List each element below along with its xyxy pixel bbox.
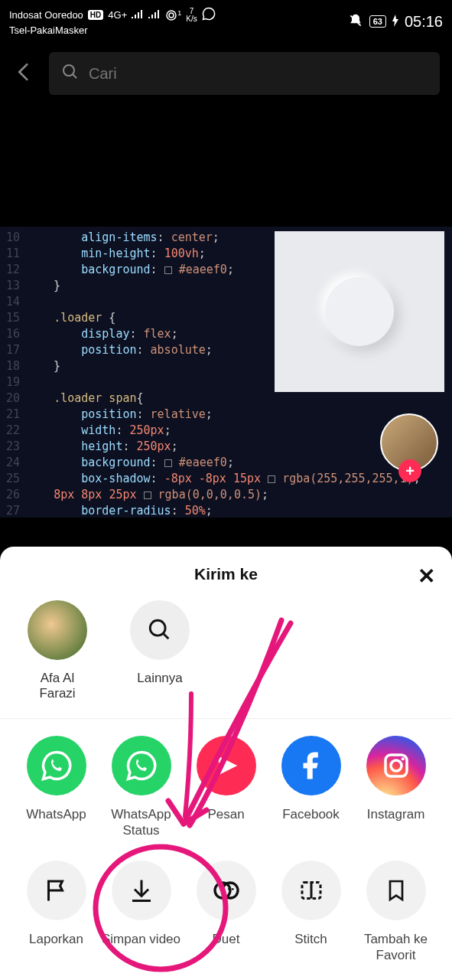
share-whatsapp-status[interactable]: WhatsApp Status [99, 736, 184, 839]
svg-point-2 [63, 65, 74, 76]
charging-icon [392, 15, 398, 29]
search-icon [61, 63, 80, 84]
search-bar[interactable] [49, 52, 440, 95]
hd-badge: HD [88, 10, 103, 20]
action-duet[interactable]: Duet [184, 861, 268, 964]
download-icon [112, 861, 171, 920]
svg-point-1 [167, 11, 176, 20]
facebook-icon [281, 736, 341, 795]
svg-point-5 [391, 760, 402, 771]
contacts-row: Afa Al Farazi Lainnya [0, 596, 452, 719]
action-tambah-favorit[interactable]: Tambah ke Favorit [353, 861, 438, 964]
mute-icon [348, 13, 363, 31]
carrier-2: Tsel-PakaiMasker [9, 24, 88, 36]
share-whatsapp[interactable]: WhatsApp [14, 736, 99, 839]
bookmark-icon [366, 861, 426, 920]
signal-icon-1 [132, 9, 144, 21]
status-bar: Indosat Ooredoo HD 4G+ 1 7 K/s Tsel-Paka… [0, 0, 452, 43]
contact-afa[interactable]: Afa Al Farazi [23, 600, 92, 701]
hotspot-icon: 1 [165, 9, 181, 21]
clock: 05:16 [405, 13, 443, 31]
net-speed: 7 K/s [186, 8, 197, 23]
search-icon [130, 600, 190, 660]
follow-button[interactable]: + [398, 459, 421, 482]
whatsapp-status-icon [112, 736, 171, 795]
svg-point-6 [401, 757, 404, 760]
signal-icon-2 [148, 9, 161, 21]
share-grid: WhatsApp WhatsApp Status Pesan Facebook … [0, 736, 452, 963]
svg-point-3 [150, 620, 165, 635]
share-instagram[interactable]: Instagram [353, 736, 438, 839]
send-icon [197, 736, 256, 795]
back-button[interactable] [12, 60, 37, 87]
share-sheet: Kirim ke ✕ Afa Al Farazi Lainnya WhatsAp… [0, 547, 452, 980]
sheet-title: Kirim ke [194, 565, 258, 583]
flag-icon [27, 861, 86, 920]
duet-icon [197, 861, 256, 920]
avatar [28, 600, 87, 660]
whatsapp-notif-icon [202, 7, 216, 23]
instagram-icon [366, 736, 426, 795]
svg-point-9 [228, 888, 230, 890]
network-type: 4G+ [108, 9, 127, 21]
action-laporkan[interactable]: Laporkan [14, 861, 99, 964]
carrier-1: Indosat Ooredoo [9, 9, 83, 21]
search-input[interactable] [89, 65, 428, 83]
stitch-icon [281, 861, 341, 920]
close-button[interactable]: ✕ [418, 564, 435, 589]
video-content[interactable]: 10 align-items: center;11 min-height: 10… [0, 227, 452, 518]
share-facebook[interactable]: Facebook [268, 736, 353, 839]
svg-point-0 [169, 13, 174, 18]
action-simpan-video[interactable]: Simpan video [99, 861, 184, 964]
loader-preview [275, 231, 444, 392]
whatsapp-icon [27, 736, 86, 795]
top-nav [0, 43, 452, 104]
contact-more[interactable]: Lainnya [125, 600, 194, 701]
svg-point-10 [232, 888, 234, 890]
action-stitch[interactable]: Stitch [268, 861, 353, 964]
share-pesan[interactable]: Pesan [184, 736, 268, 839]
battery-level: 63 [369, 15, 386, 28]
